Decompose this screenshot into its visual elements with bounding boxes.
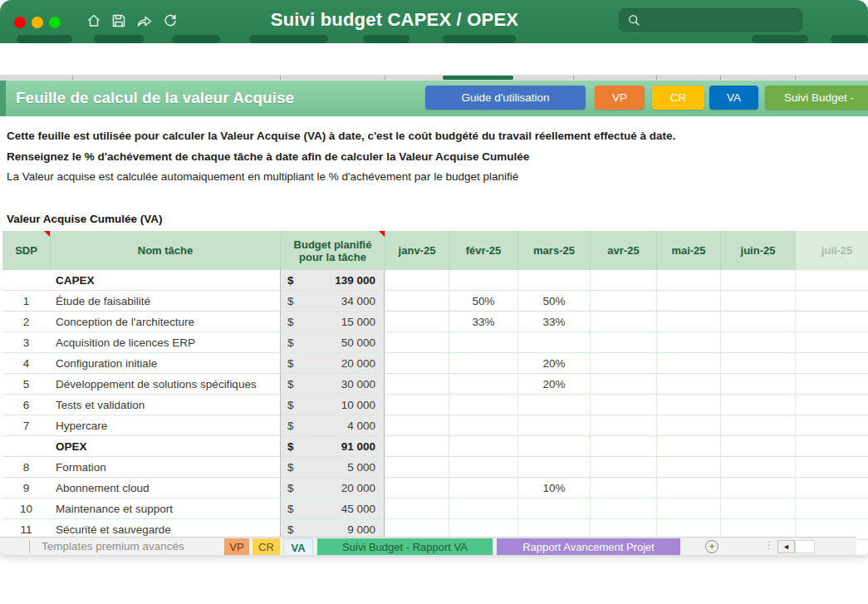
- sheet-tab-rapport-avancement-projet[interactable]: Rapport Avancement Projet: [497, 538, 680, 555]
- header-button-va[interactable]: VA: [709, 86, 758, 110]
- cell-percent[interactable]: [795, 270, 868, 291]
- share-icon[interactable]: [136, 13, 153, 28]
- cell-percent[interactable]: [720, 498, 795, 519]
- cell-percent[interactable]: [720, 415, 795, 436]
- sheet-tab-suivi-budget-rapport-va[interactable]: Suivi Budget - Rapport VA: [317, 538, 493, 555]
- cell-percent[interactable]: [656, 374, 720, 395]
- cell-sdp[interactable]: 3: [2, 332, 50, 353]
- cell-percent[interactable]: [385, 332, 449, 353]
- cell-percent[interactable]: [720, 270, 795, 291]
- cell-percent[interactable]: [385, 374, 449, 395]
- header-sdp[interactable]: SDP: [2, 231, 50, 270]
- cell-percent[interactable]: [517, 332, 590, 353]
- cell-task[interactable]: CAPEX: [50, 270, 280, 291]
- cell-sdp[interactable]: 6: [2, 395, 50, 415]
- sheet-tab-cr[interactable]: CR: [253, 538, 280, 555]
- cell-percent[interactable]: [720, 478, 795, 498]
- cell-sdp[interactable]: 10: [2, 498, 50, 519]
- cell-percent[interactable]: [720, 457, 795, 478]
- cell-task[interactable]: Maintenance et support: [50, 498, 280, 519]
- cell-percent[interactable]: [795, 291, 868, 312]
- cell-percent[interactable]: [517, 457, 590, 478]
- cell-percent[interactable]: [517, 270, 590, 291]
- home-icon[interactable]: [86, 13, 101, 28]
- cell-percent[interactable]: [590, 436, 656, 457]
- cell-percent[interactable]: [449, 436, 517, 457]
- cell-task[interactable]: OPEX: [50, 436, 280, 457]
- cell-percent[interactable]: [590, 498, 656, 519]
- cell-percent[interactable]: [517, 395, 590, 415]
- cell-percent[interactable]: [449, 353, 517, 374]
- cell-percent[interactable]: [449, 374, 517, 395]
- header-budget[interactable]: Budget planifié pour la tâche: [280, 231, 385, 270]
- cell-percent[interactable]: [385, 291, 449, 312]
- cell-percent[interactable]: [656, 415, 720, 436]
- cell-percent[interactable]: [795, 478, 868, 498]
- cell-budget[interactable]: $34 000: [280, 291, 385, 312]
- cell-percent[interactable]: 50%: [449, 291, 517, 312]
- cell-percent[interactable]: [385, 457, 449, 478]
- header-month[interactable]: juil-25: [795, 231, 868, 270]
- cell-percent[interactable]: [590, 312, 656, 332]
- cell-percent[interactable]: [656, 353, 720, 374]
- cell-task[interactable]: Abonnement cloud: [50, 478, 280, 498]
- cell-task[interactable]: Formation: [50, 457, 280, 478]
- cell-percent[interactable]: [385, 498, 449, 519]
- cell-percent[interactable]: [449, 478, 517, 498]
- cell-percent[interactable]: [590, 353, 656, 374]
- tab-scroll-left-button[interactable]: ◄: [777, 540, 795, 553]
- cell-percent[interactable]: [517, 436, 590, 457]
- cell-budget[interactable]: $139 000: [280, 270, 385, 291]
- header-button-suivi-budget[interactable]: Suivi Budget -: [765, 86, 868, 110]
- maximize-icon[interactable]: [49, 17, 61, 28]
- cell-percent[interactable]: [795, 353, 868, 374]
- cell-percent[interactable]: [795, 415, 868, 436]
- cell-budget[interactable]: $50 000: [280, 332, 385, 353]
- cell-percent[interactable]: [385, 353, 449, 374]
- cell-task[interactable]: Acquisition de licences ERP: [50, 332, 280, 353]
- cell-percent[interactable]: 20%: [517, 353, 590, 374]
- cell-percent[interactable]: [720, 332, 795, 353]
- cell-percent[interactable]: [590, 478, 656, 498]
- cell-percent[interactable]: [795, 395, 868, 415]
- header-month[interactable]: mai-25: [656, 231, 720, 270]
- cell-percent[interactable]: [720, 374, 795, 395]
- header-month[interactable]: janv-25: [385, 231, 449, 270]
- cell-sdp[interactable]: 5: [2, 374, 50, 395]
- cell-percent[interactable]: [590, 457, 656, 478]
- cell-budget[interactable]: $15 000: [280, 312, 385, 332]
- cell-percent[interactable]: [656, 332, 720, 353]
- cell-percent[interactable]: [656, 498, 720, 519]
- sheet-tab-vp[interactable]: VP: [224, 538, 249, 555]
- header-month[interactable]: juin-25: [720, 231, 795, 270]
- tab-scrollbar[interactable]: [795, 540, 815, 553]
- cell-task[interactable]: Conception de l'architecture: [50, 312, 280, 332]
- cell-percent[interactable]: 50%: [517, 291, 590, 312]
- cell-percent[interactable]: [385, 436, 449, 457]
- close-icon[interactable]: [14, 17, 26, 28]
- cell-percent[interactable]: [795, 436, 868, 457]
- cell-percent[interactable]: [385, 270, 449, 291]
- cell-percent[interactable]: [795, 312, 868, 332]
- cell-sdp[interactable]: 4: [2, 353, 50, 374]
- cell-sdp[interactable]: 8: [2, 457, 50, 478]
- cell-budget[interactable]: $5 000: [280, 457, 385, 478]
- cell-percent[interactable]: [795, 498, 868, 519]
- cell-percent[interactable]: [517, 498, 590, 519]
- cell-percent[interactable]: [449, 332, 517, 353]
- cell-percent[interactable]: [656, 457, 720, 478]
- cell-percent[interactable]: [656, 291, 720, 312]
- cell-percent[interactable]: [449, 498, 517, 519]
- cell-sdp[interactable]: 9: [2, 478, 50, 498]
- cell-percent[interactable]: [656, 478, 720, 498]
- cell-sdp[interactable]: 1: [2, 291, 50, 312]
- cell-percent[interactable]: [590, 332, 656, 353]
- cell-percent[interactable]: [720, 353, 795, 374]
- header-button-vp[interactable]: VP: [595, 86, 645, 110]
- cell-percent[interactable]: [590, 374, 656, 395]
- tab-overflow-dots[interactable]: ⋮: [764, 539, 775, 551]
- add-sheet-button[interactable]: +: [705, 540, 718, 553]
- cell-task[interactable]: Développement de solutions spécifiques: [50, 374, 280, 395]
- cell-percent[interactable]: [795, 374, 868, 395]
- cell-percent[interactable]: [385, 415, 449, 436]
